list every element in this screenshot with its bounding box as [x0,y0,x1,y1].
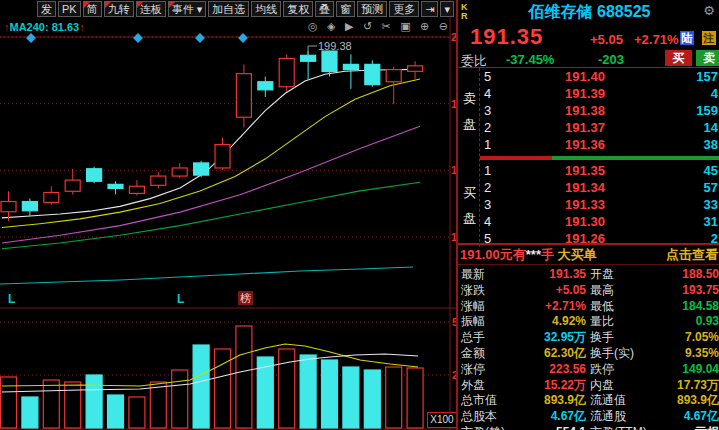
order-book-row-sell-5[interactable]: 5191.40157 [480,68,719,85]
rank-badge: 榜 [238,291,253,305]
buy-side-label: 买 [463,184,476,202]
candle-body [1,202,16,212]
book-price: 191.37 [550,119,620,136]
volume-bar [279,349,295,428]
stat-value: 32.95万 [518,329,586,345]
gear-icon[interactable]: ⚙ [703,3,715,18]
volume-bar [407,368,423,428]
big-order-alert[interactable]: 191.00元有***手 大买单点击查看 [460,246,719,263]
toolbar-button-9[interactable]: 叠 [315,1,334,17]
toolbar-button-5[interactable]: 事件 ▾ [168,1,207,17]
stat-value: 7.05% [649,329,719,345]
order-book-row-sell-4[interactable]: 4191.394 [480,85,719,102]
view-circle-icon[interactable]: ◎ [308,20,318,33]
toolbar-button-11[interactable]: 预测 [357,1,387,17]
toolbar-button-0[interactable]: 发 [37,1,56,17]
stat-row-0: 最新191.35开盘188.50 [458,266,719,282]
candle-body [44,192,59,202]
book-volume: 14 [704,119,718,136]
kline-chart[interactable] [0,0,456,430]
stat-value: 223.56 [518,361,586,377]
stat-label: 涨跌 [461,282,485,298]
toolbar-button-1[interactable]: PK [58,1,81,17]
stat-label: 开盘 [590,266,614,282]
stat-label: 振幅 [461,313,485,329]
stat-value: 亏损 [649,424,719,430]
book-level: 5 [484,68,491,85]
mid-pane-line [0,267,413,284]
toolbar-button-7[interactable]: 均线 [251,1,281,17]
weibi-delta: -203 [598,52,624,67]
toolbar-button-6[interactable]: 加自选 [208,1,249,17]
book-volume: 157 [696,68,718,85]
diamond-marker [238,33,248,43]
ma-line-white [2,69,420,218]
stat-value: 193.75 [649,282,719,298]
window-icon[interactable]: ▣ [400,20,410,33]
volume-bar [386,367,402,428]
order-book-row-buy-1[interactable]: 1191.3545 [480,162,719,179]
stat-label: 换手 [590,329,614,345]
sell-button[interactable]: 卖 [696,50,719,66]
stat-label: 量比 [590,313,614,329]
book-price: 191.39 [550,85,620,102]
signal-label: L [8,292,15,306]
ma240-label: ↑MA240: 81.63↑ [4,21,85,33]
drag-hand-icon[interactable]: ◈ [327,20,335,33]
sell-ratio-segment [480,156,552,160]
book-volume: 31 [704,213,718,230]
candle-body [236,74,251,118]
buy-button[interactable]: 买 [665,50,692,66]
stat-label: 外盘 [461,377,485,393]
buy-sell-ratio-bar [480,156,719,160]
stat-label: 流通股 [590,408,626,424]
stat-value: 4.67亿 [518,408,586,424]
cut-icon[interactable]: ✂ [382,20,391,33]
stat-row-5: 金额62.30亿换手(实)9.35% [458,345,719,361]
candle-body [215,145,230,168]
annotation-connector [308,46,317,56]
volume-bar [108,395,124,428]
ma-line-green [2,182,420,249]
price-badge-1: 注 [702,31,716,45]
zoom-out-icon[interactable]: ⊖ [439,20,448,33]
toolbar-button-2[interactable]: 简 [83,1,102,17]
toolbar-button-3[interactable]: 九转 [104,1,134,17]
stats-grid: 最新191.35开盘188.50涨跌+5.05最高193.75涨幅+2.71%最… [458,266,719,430]
stat-value: 4.92% [518,313,586,329]
stat-label: 流通值 [590,392,626,408]
undo-icon[interactable]: ↺ [363,20,372,33]
order-book-row-sell-1[interactable]: 1191.3638 [480,136,719,153]
stat-label: 总手 [461,329,485,345]
stat-label: 最高 [590,282,614,298]
zoom-in-icon[interactable]: ⊕ [420,20,429,33]
buy-ratio-segment [552,156,719,160]
volume-bar [22,397,38,428]
alert-text: 手 [541,247,554,262]
stat-row-6: 涨停223.56跌停149.04 [458,361,719,377]
sell-side-label: 盘 [463,116,476,134]
order-book-row-sell-2[interactable]: 2191.3714 [480,119,719,136]
order-book-row-buy-4[interactable]: 4191.3031 [480,213,719,230]
alert-view-link[interactable]: 点击查看 [666,246,718,264]
toolbar-button-4[interactable]: 连板 [136,1,166,17]
toolbar-button-14[interactable]: ▾ [440,1,454,17]
order-book-row-buy-2[interactable]: 2191.3457 [480,179,719,196]
toolbar-button-12[interactable]: 更多 [389,1,419,17]
book-price: 191.40 [550,68,620,85]
alert-text: *** [526,247,541,262]
order-book-row-sell-3[interactable]: 3191.38159 [480,102,719,119]
stat-value: 4.67亿 [649,408,719,424]
toolbar-button-8[interactable]: 复权 [283,1,313,17]
last-price: 191.35 [470,24,543,50]
stat-value: 0.93 [649,313,719,329]
toolbar-button-10[interactable]: 窗 [336,1,355,17]
stat-label: 最新 [461,266,485,282]
volume-bar [193,345,209,428]
toolbar-button-13[interactable]: ⇥ [421,1,438,17]
order-book-row-buy-3[interactable]: 3191.3333 [480,196,719,213]
stat-value: 191.35 [518,266,586,282]
stat-label: 市盈(TTM) [590,424,647,430]
play-icon[interactable]: ▶ [345,20,353,33]
stat-value: 184.58 [649,298,719,314]
